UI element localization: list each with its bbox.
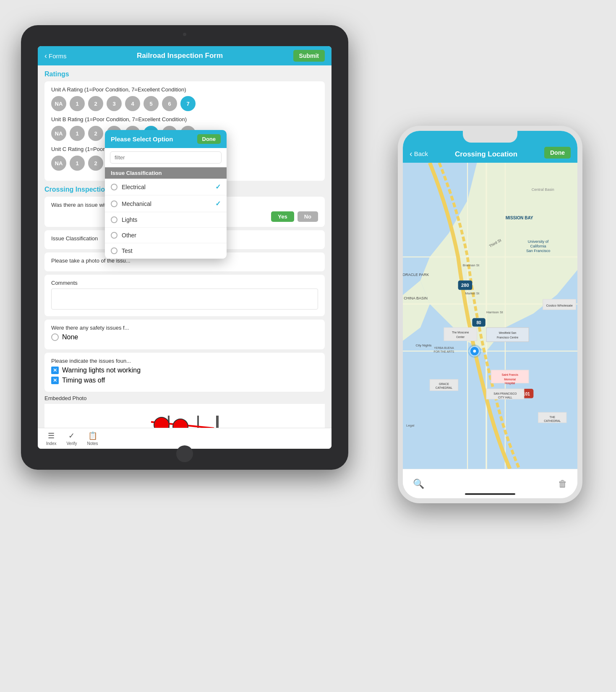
ratings-section-title: Ratings bbox=[44, 70, 325, 78]
dropdown-filter-area bbox=[105, 148, 227, 167]
rating-2-a[interactable]: 2 bbox=[88, 96, 103, 111]
radio-mechanical bbox=[111, 200, 117, 207]
rating-2-c[interactable]: 2 bbox=[88, 156, 103, 171]
back-label: Forms bbox=[49, 52, 67, 60]
unit-a-label: Unit A Rating (1=Poor Condition, 7=Excel… bbox=[51, 86, 318, 93]
rating-na-b[interactable]: NA bbox=[51, 126, 66, 141]
embedded-photo-label: Embedded Photo bbox=[44, 395, 325, 401]
comments-card: Comments bbox=[44, 275, 325, 316]
dropdown-done-button[interactable]: Done bbox=[197, 134, 221, 144]
svg-text:CATHEDRAL: CATHEDRAL bbox=[544, 419, 561, 422]
dropdown-title: Please Select Option bbox=[111, 135, 173, 143]
phone-back-chevron-icon: ‹ bbox=[410, 149, 412, 159]
svg-text:MISSION BAY: MISSION BAY bbox=[506, 216, 533, 220]
svg-text:280: 280 bbox=[461, 283, 469, 288]
phone-trash-icon[interactable]: 🗑 bbox=[558, 479, 567, 489]
svg-point-4 bbox=[154, 417, 169, 428]
phone-done-button[interactable]: Done bbox=[544, 147, 571, 159]
check-electrical: ✓ bbox=[215, 183, 221, 191]
radio-lights bbox=[111, 216, 117, 223]
back-chevron-icon: ‹ bbox=[44, 52, 47, 60]
railroad-diagram: RAIL ROAD CROS. 200mm (8 in) 300mm bbox=[126, 407, 243, 428]
toolbar-notes[interactable]: 📋 Notes bbox=[87, 431, 98, 446]
issue-label-2: Timing was off bbox=[62, 377, 105, 384]
dropdown-group-header: Issue Classification bbox=[105, 167, 227, 179]
no-button[interactable]: No bbox=[298, 211, 318, 222]
svg-text:YERBA BUENA: YERBA BUENA bbox=[434, 346, 454, 349]
back-link[interactable]: ‹ Forms bbox=[44, 52, 67, 60]
tablet: ‹ Forms Railroad Inspection Form Submit … bbox=[21, 25, 348, 470]
rating-7-a[interactable]: 7 bbox=[180, 96, 196, 111]
svg-point-5 bbox=[173, 419, 188, 428]
rating-2-b[interactable]: 2 bbox=[88, 126, 103, 141]
rating-na-c[interactable]: NA bbox=[51, 156, 66, 171]
toolbar-verify[interactable]: ✓ Verify bbox=[66, 431, 77, 446]
svg-text:Costco Wholesale: Costco Wholesale bbox=[546, 304, 573, 307]
app-title: Railroad Inspection Form bbox=[137, 52, 223, 60]
filter-input[interactable] bbox=[110, 151, 222, 164]
phone-back-link[interactable]: ‹ Back bbox=[410, 149, 428, 159]
issue-row-1: Warning lights not working bbox=[51, 367, 318, 374]
dropdown-item-lights[interactable]: Lights bbox=[105, 212, 227, 228]
svg-text:SAN FRANCISCO: SAN FRANCISCO bbox=[493, 392, 517, 395]
index-label: Index bbox=[46, 441, 56, 446]
verify-label: Verify bbox=[66, 441, 77, 446]
svg-text:San Francisco: San Francisco bbox=[526, 249, 550, 253]
svg-text:80: 80 bbox=[476, 320, 481, 325]
comments-input[interactable] bbox=[51, 289, 318, 310]
none-label: None bbox=[62, 333, 78, 341]
checkbox-timing[interactable] bbox=[51, 377, 59, 384]
phone-home-bar bbox=[465, 493, 515, 495]
app-header: ‹ Forms Railroad Inspection Form Submit bbox=[38, 46, 331, 65]
svg-rect-6 bbox=[216, 416, 219, 428]
radio-test bbox=[111, 247, 117, 254]
svg-text:University of: University of bbox=[528, 239, 549, 244]
phone-inner: ‹ Back Crossing Location Done bbox=[403, 131, 577, 498]
dropdown-item-mechanical[interactable]: Mechanical ✓ bbox=[105, 195, 227, 212]
svg-text:THE: THE bbox=[550, 416, 556, 419]
svg-text:Westfield San: Westfield San bbox=[499, 331, 517, 334]
rating-3-a[interactable]: 3 bbox=[107, 96, 122, 111]
diagram-area: RAIL ROAD CROS. 200mm (8 in) 300mm bbox=[44, 404, 325, 428]
checkbox-warning-lights[interactable] bbox=[51, 367, 59, 374]
rating-5-a[interactable]: 5 bbox=[144, 96, 159, 111]
svg-text:GRACE: GRACE bbox=[439, 382, 449, 385]
label-mechanical: Mechanical bbox=[122, 200, 151, 207]
svg-text:Harrison St: Harrison St bbox=[486, 310, 503, 314]
svg-text:Hospital: Hospital bbox=[505, 382, 515, 385]
svg-text:City Nights: City Nights bbox=[416, 343, 432, 347]
tablet-camera bbox=[183, 33, 186, 36]
rating-1-b[interactable]: 1 bbox=[70, 126, 85, 141]
phone-search-icon[interactable]: 🔍 bbox=[413, 479, 424, 489]
rating-4-a[interactable]: 4 bbox=[125, 96, 140, 111]
dropdown-header: Please Select Option Done bbox=[105, 130, 227, 148]
svg-text:CITY HALL: CITY HALL bbox=[498, 396, 512, 399]
map-svg: 280 80 101 Third St Brannan St Market St… bbox=[403, 163, 577, 469]
rating-na-a[interactable]: NA bbox=[51, 96, 66, 111]
none-radio[interactable] bbox=[51, 333, 59, 341]
dropdown-overlay: Please Select Option Done Issue Classifi… bbox=[105, 130, 227, 259]
map-container[interactable]: 280 80 101 Third St Brannan St Market St… bbox=[403, 163, 577, 469]
unit-b-label: Unit B Rating (1=Poor Condition, 7=Excel… bbox=[51, 116, 318, 122]
issue-label-1: Warning lights not working bbox=[62, 367, 141, 374]
dropdown-item-test[interactable]: Test bbox=[105, 243, 227, 259]
rating-6-a[interactable]: 6 bbox=[162, 96, 177, 111]
unit-a-circles: NA 1 2 3 4 5 6 7 bbox=[51, 96, 318, 111]
label-other: Other bbox=[122, 232, 136, 239]
svg-text:Legal: Legal bbox=[406, 424, 414, 427]
toolbar-index[interactable]: ☰ Index bbox=[46, 431, 56, 446]
svg-text:Brannan St: Brannan St bbox=[463, 263, 480, 267]
dropdown-item-electrical[interactable]: Electrical ✓ bbox=[105, 179, 227, 195]
issue-row-2: Timing was off bbox=[51, 377, 318, 384]
svg-text:Central Basin: Central Basin bbox=[532, 187, 554, 192]
label-lights: Lights bbox=[122, 216, 137, 223]
tablet-home-button[interactable] bbox=[176, 445, 193, 462]
submit-button[interactable]: Submit bbox=[293, 50, 325, 62]
yes-button[interactable]: Yes bbox=[271, 211, 294, 222]
notes-icon: 📋 bbox=[88, 431, 97, 440]
rating-1-c[interactable]: 1 bbox=[70, 156, 85, 171]
dropdown-item-other[interactable]: Other bbox=[105, 228, 227, 243]
rating-1-a[interactable]: 1 bbox=[70, 96, 85, 111]
check-mechanical: ✓ bbox=[215, 200, 221, 208]
svg-text:California: California bbox=[530, 244, 546, 248]
